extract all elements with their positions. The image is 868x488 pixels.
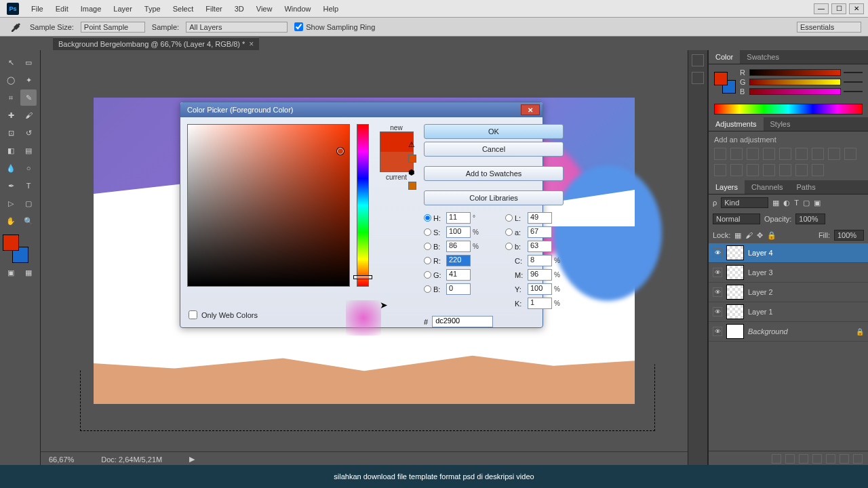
color-balance-icon[interactable] <box>812 148 824 160</box>
color-field-cursor[interactable] <box>337 148 344 155</box>
add-to-swatches-button[interactable]: Add to Swatches <box>424 166 564 181</box>
filter-pixel-icon[interactable]: ▦ <box>772 199 779 207</box>
r-slider[interactable] <box>749 69 841 76</box>
websafe-warning-icon[interactable]: ⬢ <box>408 168 416 176</box>
menu-file[interactable]: File <box>26 3 49 15</box>
selective-color-icon[interactable] <box>812 164 824 176</box>
filter-shape-icon[interactable]: ▢ <box>803 199 810 207</box>
visibility-toggle[interactable]: 👁 <box>713 248 722 258</box>
l-radio[interactable] <box>505 214 513 222</box>
dialog-close-button[interactable]: ✕ <box>521 104 540 115</box>
properties-panel-icon[interactable] <box>692 72 704 84</box>
a-radio[interactable] <box>505 228 513 236</box>
menu-select[interactable]: Select <box>167 3 199 15</box>
g-slider[interactable] <box>749 79 841 85</box>
dodge-tool[interactable]: ○ <box>20 160 37 176</box>
sat-radio[interactable] <box>424 228 431 236</box>
lock-all-icon[interactable]: 🔒 <box>767 231 776 240</box>
link-layers-icon[interactable] <box>772 454 781 464</box>
hue-radio[interactable] <box>424 214 431 222</box>
layer-row[interactable]: 👁 Layer 3 <box>709 263 868 283</box>
minimize-button[interactable]: — <box>814 3 829 14</box>
tab-close-icon[interactable]: × <box>249 39 254 49</box>
cancel-button[interactable]: Cancel <box>424 142 564 157</box>
spectrum-strip[interactable] <box>714 104 863 115</box>
filter-smart-icon[interactable]: ▣ <box>814 199 821 207</box>
posterize-icon[interactable] <box>763 164 775 176</box>
show-sampling-ring-checkbox[interactable]: Show Sampling Ring <box>294 22 375 31</box>
maximize-button[interactable]: ☐ <box>831 3 846 14</box>
bri-radio[interactable] <box>424 243 431 250</box>
zoom-tool[interactable]: 🔍 <box>20 213 37 229</box>
mini-color-swatches[interactable] <box>714 72 736 94</box>
layer-row[interactable]: 👁 Layer 4 <box>709 243 868 263</box>
gamut-warning-icon[interactable]: ⚠ <box>408 140 417 149</box>
c-input[interactable]: 8 <box>528 255 552 266</box>
dialog-title-bar[interactable]: Color Picker (Foreground Color) ✕ <box>180 102 542 117</box>
status-play-icon[interactable]: ▶ <box>189 455 195 464</box>
menu-edit[interactable]: Edit <box>50 3 74 15</box>
menu-3d[interactable]: 3D <box>229 3 250 15</box>
pen-tool[interactable]: ✒ <box>3 178 19 194</box>
gamut-closest-swatch[interactable] <box>408 155 416 163</box>
tab-color[interactable]: Color <box>709 50 740 64</box>
r-input[interactable]: 220 <box>446 255 471 266</box>
brush-tool[interactable]: 🖌 <box>20 107 37 123</box>
delete-layer-icon[interactable] <box>853 454 863 464</box>
zoom-level[interactable]: 66,67% <box>49 455 74 464</box>
bw-icon[interactable] <box>828 148 840 160</box>
fill-input[interactable]: 100% <box>834 230 864 241</box>
history-brush-tool[interactable]: ↺ <box>20 125 37 141</box>
layer-thumbnail[interactable] <box>726 285 744 300</box>
tab-swatches[interactable]: Swatches <box>740 50 786 64</box>
menu-window[interactable]: Window <box>279 3 316 15</box>
foreground-color-swatch[interactable] <box>3 235 19 251</box>
layer-thumbnail[interactable] <box>726 304 744 319</box>
exposure-icon[interactable] <box>763 148 775 160</box>
layer-thumbnail[interactable] <box>726 265 744 280</box>
healing-brush-tool[interactable]: ✚ <box>3 107 19 123</box>
mini-fg-swatch[interactable] <box>714 72 728 85</box>
marquee-tool[interactable]: ▭ <box>20 54 37 70</box>
visibility-toggle[interactable]: 👁 <box>713 307 722 317</box>
vibrance-icon[interactable] <box>779 148 791 160</box>
new-group-icon[interactable] <box>826 454 835 464</box>
layer-fx-icon[interactable] <box>785 454 795 464</box>
clone-stamp-tool[interactable]: ⊡ <box>3 125 19 141</box>
layer-row[interactable]: 👁 Layer 2 <box>709 283 868 302</box>
only-web-check-input[interactable] <box>189 310 197 319</box>
lock-transparency-icon[interactable]: ▦ <box>734 231 741 240</box>
layer-mask-icon[interactable] <box>799 454 808 464</box>
sample-select[interactable]: All Layers <box>186 22 288 33</box>
shape-tool[interactable]: ▢ <box>20 195 37 211</box>
move-tool[interactable]: ↖ <box>3 54 19 70</box>
layer-thumbnail[interactable] <box>726 324 744 339</box>
websafe-closest-swatch[interactable] <box>408 182 416 190</box>
layer-row[interactable]: 👁 Layer 1 <box>709 302 868 322</box>
new-layer-icon[interactable] <box>840 454 849 464</box>
new-fill-icon[interactable] <box>812 454 822 464</box>
menu-help[interactable]: Help <box>318 3 344 15</box>
menu-filter[interactable]: Filter <box>200 3 227 15</box>
a-input[interactable]: 67 <box>528 226 552 238</box>
eyedropper-tool[interactable]: ✎ <box>20 89 37 106</box>
color-libraries-button[interactable]: Color Libraries <box>424 190 564 205</box>
g-input[interactable]: 41 <box>446 269 471 281</box>
s-input[interactable]: 100 <box>446 226 471 238</box>
color-lookup-icon[interactable] <box>730 164 743 176</box>
menu-type[interactable]: Type <box>139 3 166 15</box>
layer-name[interactable]: Layer 1 <box>748 308 773 316</box>
filter-type-icon[interactable]: T <box>794 199 799 207</box>
document-tab[interactable]: Background Bergelombang @ 66,7% (Layer 4… <box>53 37 259 50</box>
bri-input[interactable]: 86 <box>446 241 471 252</box>
b-value[interactable] <box>844 91 863 92</box>
saturation-brightness-field[interactable] <box>187 124 350 287</box>
g-radio[interactable] <box>424 271 431 279</box>
layer-name[interactable]: Layer 3 <box>748 268 773 277</box>
workspace-select[interactable]: Essentials <box>797 22 861 33</box>
bl-input[interactable]: 63 <box>528 241 552 252</box>
l-input[interactable]: 49 <box>528 212 552 224</box>
magic-wand-tool[interactable]: ✦ <box>20 72 37 88</box>
k-input[interactable]: 1 <box>528 298 552 309</box>
hue-cursor[interactable] <box>353 275 372 279</box>
